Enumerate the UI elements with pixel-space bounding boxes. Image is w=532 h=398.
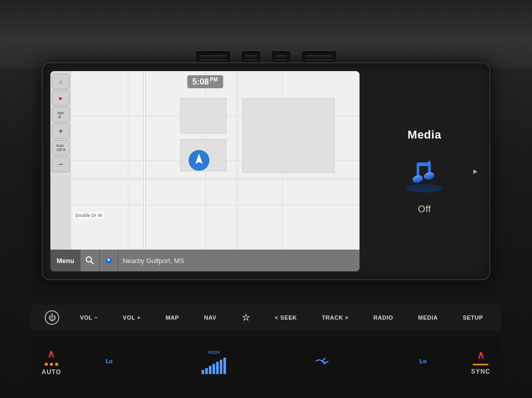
right-temp-up-arrow[interactable]: ∧	[477, 349, 485, 361]
nav-map-btn[interactable]: Nav🔊	[52, 107, 70, 122]
time-value: 5:08	[192, 77, 209, 86]
left-temp-display: Lo	[105, 358, 112, 366]
dot-2	[50, 363, 53, 366]
temp-lo-label: Lo	[105, 358, 112, 364]
left-temp-up-arrow[interactable]: ∧	[47, 348, 55, 360]
star-button[interactable]: ☆	[237, 309, 255, 326]
map-block-3	[242, 98, 335, 173]
location-icon-btn[interactable]	[100, 250, 118, 271]
fan-bar-5	[216, 362, 219, 374]
map-bottom-bar: Menu Nearby Gulfport, MS	[50, 250, 360, 271]
dot-3	[55, 363, 58, 366]
street-label: Double Dr W	[74, 212, 104, 218]
airflow-icon	[315, 356, 330, 368]
fan-high-label: HIGH	[208, 350, 220, 355]
road-v-1	[236, 71, 238, 250]
w-map-btn[interactable]: ▶	[52, 90, 70, 106]
road-h-1	[50, 178, 360, 180]
climate-bar: ∧ AUTO Lo HIGH	[31, 336, 501, 388]
sync-orange-line	[473, 364, 488, 365]
home-map-btn[interactable]: ⌂	[52, 74, 70, 89]
dot-1	[45, 363, 48, 366]
setup-button[interactable]: SETUP	[459, 312, 487, 323]
svg-point-13	[423, 171, 435, 181]
music-icon-wrapper[interactable]	[398, 147, 450, 199]
climate-display: Lo HIGH Lo	[61, 336, 471, 388]
media-button[interactable]: MEDIA	[414, 312, 442, 323]
auto-label[interactable]: AUTO	[42, 368, 61, 376]
seek-back-button[interactable]: < SEEK	[271, 312, 301, 323]
vol-minus-button[interactable]: VOL −	[76, 312, 102, 323]
top-vent-area	[0, 0, 532, 67]
right-panel: Media	[367, 71, 482, 271]
auto-scale-btn[interactable]: Auto150 ft	[52, 140, 70, 156]
svg-point-12	[412, 174, 424, 184]
map-area[interactable]: 5:08PM ⌂ ▶ Nav🔊 + Auto150 ft − Double Dr…	[50, 71, 360, 250]
fan-bar-1	[202, 370, 204, 374]
svg-rect-9	[417, 162, 431, 166]
fan-bar-6	[220, 360, 222, 374]
road-v-2	[143, 71, 145, 250]
radio-button[interactable]: RADIO	[369, 312, 397, 323]
navigation-arrow	[188, 149, 210, 171]
fan-bar-2	[205, 368, 208, 374]
map-block-1	[180, 98, 227, 134]
time-display: 5:08PM	[187, 75, 223, 88]
nav-button[interactable]: NAV	[200, 312, 221, 323]
navigation-screen: 5:08PM ⌂ ▶ Nav🔊 + Auto150 ft − Double Dr…	[50, 71, 360, 271]
menu-button[interactable]: Menu	[50, 250, 81, 271]
search-button[interactable]	[81, 250, 100, 271]
infotainment-panel: 5:08PM ⌂ ▶ Nav🔊 + Auto150 ft − Double Dr…	[42, 62, 490, 280]
fan-bar-4	[212, 364, 215, 374]
right-arrow-button[interactable]: ►	[472, 167, 479, 175]
fan-bars	[202, 358, 226, 374]
svg-point-6	[406, 184, 443, 193]
vol-plus-button[interactable]: VOL +	[118, 312, 144, 323]
map-left-controls: ⌂ ▶ Nav🔊 + Auto150 ft −	[50, 71, 71, 250]
zoom-out-btn[interactable]: −	[52, 157, 70, 172]
track-fwd-button[interactable]: TRACK >	[317, 312, 352, 323]
fan-bar-7	[223, 358, 226, 374]
fan-display: HIGH	[202, 350, 226, 374]
bottom-controls-row: ⏻ VOL − VOL + MAP NAV ☆ < SEEK TRACK > R…	[31, 305, 501, 331]
right-sync-section: ∧ SYNC	[471, 349, 490, 375]
grid-v-1	[128, 71, 128, 250]
svg-point-2	[86, 257, 91, 262]
zoom-in-btn[interactable]: +	[52, 123, 70, 139]
right-temp-display: Lo	[420, 358, 427, 366]
map-button[interactable]: MAP	[162, 312, 183, 323]
orange-indicator-dots	[45, 363, 58, 366]
sync-label[interactable]: SYNC	[471, 368, 490, 375]
media-label: Media	[408, 128, 442, 142]
off-label: Off	[418, 204, 431, 215]
temp-lo-right-label: Lo	[420, 358, 427, 364]
location-text: Nearby Gulfport, MS	[118, 250, 360, 271]
left-auto-section: ∧ AUTO	[42, 348, 61, 376]
svg-line-3	[91, 262, 94, 264]
fan-bar-3	[209, 366, 211, 374]
time-ampm: PM	[210, 77, 218, 83]
power-button[interactable]: ⏻	[45, 310, 59, 325]
